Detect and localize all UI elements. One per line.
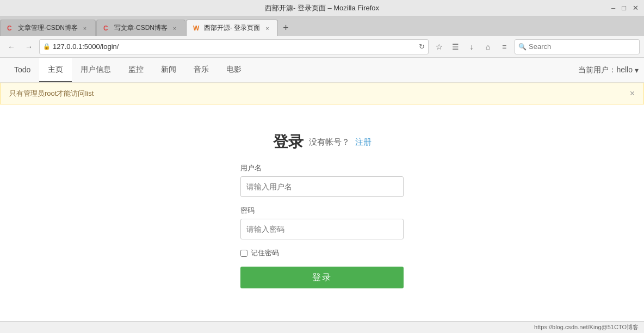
nav-item-music[interactable]: 音乐 (185, 58, 218, 82)
lock-icon: 🔒 (43, 43, 51, 50)
alert-warning: 只有管理员root才能访问list × (0, 83, 644, 104)
password-input[interactable] (240, 219, 404, 239)
back-button[interactable]: ← (4, 40, 18, 54)
search-input-container[interactable]: 🔍 (515, 39, 640, 54)
search-input[interactable] (529, 42, 627, 51)
nav-items: Todo 主页 用户信息 监控 新闻 音乐 电影 (5, 58, 250, 82)
nav-item-news[interactable]: 新闻 (152, 58, 185, 82)
tab-3[interactable]: W 西部开源- 登录页面 × (186, 20, 278, 36)
title-bar: 西部开源- 登录页面 – Mozilla Firefox – □ ✕ (0, 0, 644, 16)
url-bar: ← → 🔒 ↻ ☆ ☰ ↓ ⌂ ≡ 🔍 (0, 36, 644, 58)
login-subtitle: 没有帐号？ (309, 137, 350, 147)
tab2-favicon: C (103, 24, 111, 32)
home-button[interactable]: ⌂ (481, 40, 495, 54)
new-tab-button[interactable]: + (278, 20, 293, 36)
tab3-close[interactable]: × (263, 24, 271, 32)
tab2-label: 写文章-CSDN博客 (114, 23, 168, 33)
register-link[interactable]: 注册 (355, 137, 371, 147)
username-group: 用户名 (240, 163, 404, 197)
login-title: 登录 (273, 132, 304, 152)
forward-button[interactable]: → (22, 40, 36, 54)
minimize-button[interactable]: – (611, 4, 615, 12)
tab-2[interactable]: C 写文章-CSDN博客 × (96, 20, 185, 36)
tab-bar: C 文章管理-CSDN博客 × C 写文章-CSDN博客 × W 西部开源- 登… (0, 16, 644, 36)
password-label: 密码 (240, 206, 404, 215)
status-url: https://blog.csdn.net/King@51CTO博客 (534, 323, 639, 331)
toolbar-icons: ☆ ☰ ↓ ⌂ ≡ (432, 40, 511, 54)
url-input[interactable] (53, 42, 417, 51)
tab3-favicon: W (193, 24, 201, 32)
tab-1[interactable]: C 文章管理-CSDN博客 × (0, 20, 96, 36)
status-bar: https://blog.csdn.net/King@51CTO博客 (0, 321, 644, 333)
tab1-label: 文章管理-CSDN博客 (18, 23, 78, 33)
remember-label: 记住密码 (251, 248, 279, 258)
refresh-icon[interactable]: ↻ (419, 42, 425, 51)
login-button[interactable]: 登录 (240, 267, 404, 288)
current-user-label: 当前用户：hello (578, 65, 633, 75)
window-title: 西部开源- 登录页面 – Mozilla Firefox (265, 3, 379, 13)
tab1-close[interactable]: × (81, 24, 89, 32)
maximize-button[interactable]: □ (622, 4, 626, 12)
user-dropdown-arrow: ▾ (635, 66, 639, 75)
login-title-row: 登录 没有帐号？ 注册 (273, 132, 371, 152)
nav-menu: Todo 主页 用户信息 监控 新闻 音乐 电影 当前用户：hello ▾ (0, 58, 644, 83)
tab3-label: 西部开源- 登录页面 (204, 23, 260, 33)
username-input[interactable] (240, 176, 404, 197)
nav-item-home[interactable]: 主页 (39, 58, 72, 82)
url-input-container[interactable]: 🔒 ↻ (39, 39, 429, 54)
tab1-favicon: C (7, 24, 15, 32)
window-controls: – □ ✕ (611, 4, 639, 12)
remember-checkbox[interactable] (240, 250, 247, 257)
download-button[interactable]: ↓ (465, 40, 479, 54)
alert-close-button[interactable]: × (630, 89, 635, 98)
nav-item-todo[interactable]: Todo (5, 59, 39, 82)
close-button[interactable]: ✕ (633, 4, 639, 12)
star-button[interactable]: ☆ (432, 40, 446, 54)
nav-item-monitor[interactable]: 监控 (120, 58, 152, 82)
login-area: 登录 没有帐号？ 注册 用户名 密码 记住密码 登录 (0, 104, 644, 288)
alert-message: 只有管理员root才能访问list (9, 89, 94, 98)
username-label: 用户名 (240, 163, 404, 173)
remember-row: 记住密码 (240, 248, 404, 258)
reader-button[interactable]: ☰ (448, 40, 462, 54)
menu-button[interactable]: ≡ (497, 40, 511, 54)
nav-item-userinfo[interactable]: 用户信息 (72, 58, 120, 82)
password-group: 密码 (240, 206, 404, 239)
tab2-close[interactable]: × (171, 24, 178, 32)
nav-item-movies[interactable]: 电影 (218, 58, 250, 82)
nav-user[interactable]: 当前用户：hello ▾ (578, 65, 639, 75)
search-icon: 🔍 (518, 43, 527, 51)
